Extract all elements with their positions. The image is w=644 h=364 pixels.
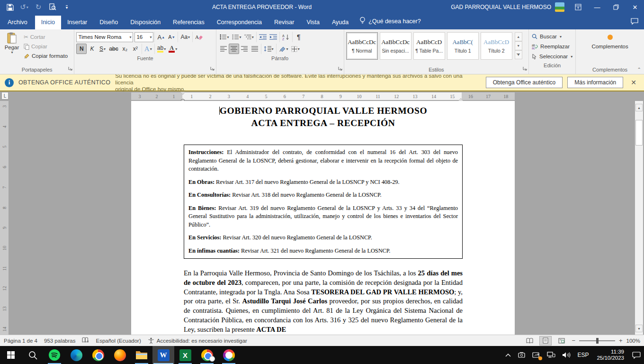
horizontal-ruler[interactable]: 321 123 456 789 101112 131415 161718 <box>131 92 515 100</box>
line-spacing-button[interactable]: ▾ <box>262 44 275 54</box>
ribbon-display-options-icon[interactable] <box>569 0 587 14</box>
page-count[interactable]: Página 1 de 4 <box>4 338 37 344</box>
word-count[interactable]: 953 palabras <box>44 338 76 344</box>
action-center-icon[interactable] <box>629 346 644 364</box>
styles-more-icon[interactable]: ▼ <box>515 50 522 59</box>
zoom-out-icon[interactable]: − <box>572 337 575 344</box>
paste-button[interactable]: Pegar ▾ <box>1 31 23 55</box>
style-titulo-2[interactable]: AaBbCcD Título 2 <box>481 32 512 60</box>
bullets-button[interactable]: ▾ <box>218 32 231 42</box>
style-table-paragraph[interactable]: AaBbCcD ¶ Table Pa... <box>413 32 445 60</box>
redo-icon[interactable]: ↻ <box>32 1 45 13</box>
taskbar-excel-icon[interactable]: X <box>174 346 196 364</box>
tab-correspondencia[interactable]: Correspondencia <box>211 16 268 29</box>
decrease-indent-button[interactable] <box>258 32 268 42</box>
tab-vista[interactable]: Vista <box>300 16 326 29</box>
font-name-combobox[interactable]: Times New Roma▾ <box>76 32 133 42</box>
document-page[interactable]: GOBIERNO PARROQUIAL VALLE HERMOSO ACTA E… <box>131 101 515 335</box>
print-preview-icon[interactable] <box>46 1 59 13</box>
zoom-slider[interactable] <box>579 340 615 341</box>
tray-capture-icon[interactable] <box>514 346 529 364</box>
taskbar-paint-icon[interactable] <box>218 346 240 364</box>
customize-qat-icon[interactable]: ▾ <box>61 1 73 13</box>
scrollbar-thumb[interactable] <box>635 120 643 146</box>
web-layout-icon[interactable] <box>555 336 568 346</box>
close-button[interactable]: ✕ <box>626 0 644 14</box>
superscript-button[interactable]: x² <box>130 44 141 54</box>
clear-formatting-button[interactable]: A <box>194 32 204 42</box>
multilevel-list-button[interactable]: ▾ <box>243 32 255 42</box>
dismiss-warning-icon[interactable]: ✕ <box>628 79 639 86</box>
taskbar-firefox-icon[interactable] <box>109 346 131 364</box>
zoom-level[interactable]: 100% <box>626 338 640 344</box>
scroll-up-icon[interactable]: ▲ <box>635 104 643 111</box>
taskbar-file-explorer-icon[interactable] <box>131 346 152 364</box>
vertical-scrollbar[interactable]: ▲ ▼ <box>635 101 643 335</box>
get-office-button[interactable]: Obtenga Office auténtico <box>486 77 563 88</box>
text-effects-button[interactable]: A▾ <box>143 44 153 54</box>
complementos-button[interactable]: Complementos <box>584 31 636 49</box>
shading-button[interactable]: ▾ <box>277 44 290 54</box>
align-left-button[interactable] <box>218 44 229 54</box>
select-button[interactable]: Seleccionar▾ <box>532 52 572 61</box>
tab-selector[interactable]: L <box>1 92 9 100</box>
tab-inicio[interactable]: Inicio <box>35 16 61 29</box>
taskbar-edge-icon[interactable] <box>65 346 87 364</box>
cut-button[interactable]: ✂Cortar <box>24 33 68 41</box>
replace-button[interactable]: abac Reemplazar <box>532 42 572 51</box>
scroll-down-icon[interactable]: ▼ <box>635 325 643 332</box>
clipboard-dialog-launcher-icon[interactable] <box>68 64 72 73</box>
font-color-button[interactable]: A▾ <box>167 44 179 54</box>
copy-button[interactable]: Copiar <box>24 42 68 51</box>
subscript-button[interactable]: x₂ <box>120 44 130 54</box>
italic-button[interactable]: K <box>87 44 97 54</box>
styles-scroll-up-icon[interactable]: ▲ <box>515 32 522 41</box>
show-paragraph-marks-button[interactable]: ¶ <box>294 32 304 42</box>
zoom-slider-thumb[interactable] <box>596 338 599 344</box>
taskbar-search-button[interactable] <box>22 346 44 364</box>
style-sin-espaciado[interactable]: AaBbCcDc Sin espaci... <box>380 32 411 60</box>
bold-button[interactable]: N <box>76 44 87 54</box>
tab-archivo[interactable]: Archivo <box>0 16 35 29</box>
read-mode-icon[interactable] <box>523 336 536 346</box>
tab-diseno[interactable]: Diseño <box>93 16 124 29</box>
font-dialog-launcher-icon[interactable] <box>210 64 215 73</box>
strikethrough-button[interactable]: abc <box>107 44 119 54</box>
taskbar-chrome-app-icon[interactable] <box>196 346 218 364</box>
styles-scroll-down-icon[interactable]: ▼ <box>515 41 522 50</box>
start-button[interactable] <box>0 346 22 364</box>
find-button[interactable]: Buscar▾ <box>532 32 572 41</box>
change-case-button[interactable]: Aa▾ <box>179 32 191 42</box>
minimize-button[interactable]: — <box>588 0 606 14</box>
tab-disposicion[interactable]: Disposición <box>124 16 167 29</box>
tab-insertar[interactable]: Insertar <box>61 16 93 29</box>
language-indicator[interactable]: ESP <box>574 346 592 364</box>
taskbar-word-icon[interactable]: W <box>152 346 174 364</box>
language-status[interactable]: Español (Ecuador) <box>96 338 141 344</box>
highlight-button[interactable]: ab▾ <box>156 44 167 54</box>
tab-ayuda[interactable]: Ayuda <box>326 16 355 29</box>
taskbar-spotify-icon[interactable] <box>44 346 65 364</box>
tab-referencias[interactable]: Referencias <box>167 16 211 29</box>
proofing-icon[interactable] <box>82 337 89 344</box>
print-layout-icon[interactable] <box>539 336 552 346</box>
font-size-combobox[interactable]: 16▾ <box>134 32 153 42</box>
align-center-button[interactable] <box>229 44 239 54</box>
tell-me-box[interactable]: ¿Qué desea hacer? <box>355 13 426 29</box>
undo-icon[interactable]: ↺▾ <box>18 1 30 13</box>
right-indent-marker[interactable] <box>458 96 463 101</box>
network-icon[interactable] <box>544 346 559 364</box>
taskbar-chrome-icon[interactable] <box>87 346 109 364</box>
style-normal[interactable]: AaBbCcDc ¶ Normal <box>346 32 378 60</box>
align-right-button[interactable] <box>239 44 250 54</box>
borders-button[interactable]: ▾ <box>290 44 301 54</box>
styles-dialog-launcher-icon[interactable] <box>523 64 527 73</box>
numbering-button[interactable]: ▾ <box>231 32 243 42</box>
account-avatar[interactable] <box>555 2 564 12</box>
paragraph-dialog-launcher-icon[interactable] <box>338 64 342 73</box>
shrink-font-button[interactable]: A▼ <box>166 32 177 42</box>
vertical-ruler[interactable]: 345 678 91011 121314 <box>0 101 9 335</box>
feedback-icon[interactable] <box>631 18 638 27</box>
tray-update-icon[interactable] <box>529 346 544 364</box>
tray-expand-chevron-icon[interactable] <box>502 346 514 364</box>
